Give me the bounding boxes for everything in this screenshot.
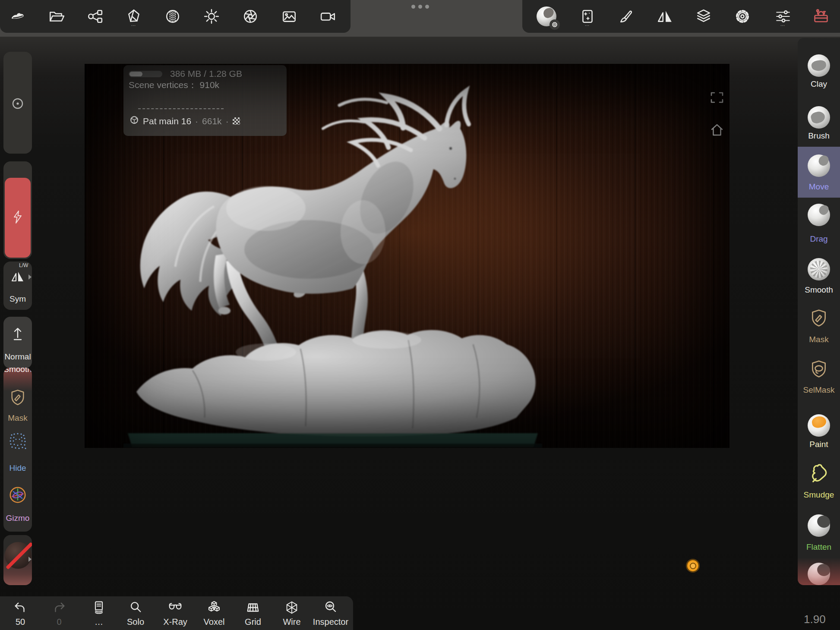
gizmo-label: Gizmo: [3, 513, 32, 523]
dot-separator: ·: [195, 116, 198, 126]
bottom-toolbar: 50 0 … Solo X-Ray Voxel Grid Wire Inspec…: [0, 596, 353, 630]
tool-brush[interactable]: [798, 106, 840, 129]
radius-slider[interactable]: [3, 52, 32, 154]
intensity-slider[interactable]: [3, 161, 32, 259]
material-gear-badge-icon: [549, 19, 560, 30]
symmetry-button[interactable]: L/W Sym: [3, 261, 32, 310]
hide-label: Hide: [3, 463, 32, 473]
voxel-label: Voxel: [200, 617, 228, 627]
tool-mask-label: Mask: [798, 335, 840, 344]
redo-button[interactable]: 0: [45, 599, 73, 627]
tool-flatten-label: Flatten: [798, 542, 840, 552]
falloff-button[interactable]: [3, 535, 32, 585]
smooth-sphere-icon: [808, 258, 830, 280]
tool-smudge-label: Smudge: [798, 490, 840, 500]
scene-info-panel: 386 MB / 1.28 GB Scene vertices： 910k Pa…: [123, 65, 287, 136]
files-pages-button[interactable]: …: [85, 599, 113, 627]
tool-smudge[interactable]: [798, 462, 840, 486]
material-sphere-icon[interactable]: [534, 4, 559, 28]
files-more-dots: …: [85, 617, 113, 627]
scene-vertices-value: 910k: [200, 80, 220, 90]
move-sphere-icon: [808, 154, 830, 177]
tool-move-label: Move: [798, 182, 840, 192]
tool-move[interactable]: [798, 154, 840, 177]
files-folder-icon[interactable]: [44, 4, 68, 28]
sculpt-canvas[interactable]: 386 MB / 1.28 GB Scene vertices： 910k Pa…: [85, 64, 729, 448]
normal-direction-button[interactable]: Normal: [3, 317, 32, 369]
redo-count: 0: [45, 617, 73, 627]
mask-shield-icon[interactable]: [3, 387, 32, 409]
clipped-smooth-label: Smooth: [3, 368, 32, 374]
gizmo-tool-icon[interactable]: [3, 485, 32, 507]
tool-paint[interactable]: [798, 414, 840, 437]
viewport[interactable]: 386 MB / 1.28 GB Scene vertices： 910k Pa…: [0, 37, 840, 630]
tool-selmask-label: SelMask: [798, 385, 840, 395]
fullscreen-icon[interactable]: [710, 91, 724, 104]
grid-label: Grid: [239, 617, 267, 627]
tool-mask[interactable]: [798, 307, 840, 331]
tool-smooth-label: Smooth: [798, 285, 840, 295]
undo-button[interactable]: 50: [6, 599, 34, 627]
layer-name: Pat main 16: [143, 116, 191, 126]
tool-drag-label: Drag: [798, 234, 840, 244]
layer-vertices: 661k: [202, 116, 222, 126]
sym-label: Sym: [3, 294, 32, 304]
tool-smooth[interactable]: [798, 258, 840, 280]
scene-vertices-label: Scene vertices：: [129, 80, 197, 90]
alpha-checker-icon: [233, 117, 240, 125]
matcap-sphere-icon[interactable]: [161, 4, 185, 28]
tool-selmask[interactable]: [798, 358, 840, 381]
active-layer-row[interactable]: Pat main 16 · 661k ·: [129, 115, 240, 127]
settings-gear-icon[interactable]: [730, 4, 755, 28]
home-icon[interactable]: [710, 123, 724, 136]
tool-paint-label: Paint: [798, 440, 840, 449]
sliders-more-dots: …: [771, 22, 795, 27]
solo-label: Solo: [122, 617, 149, 627]
tool-clay[interactable]: [798, 54, 840, 77]
app-logo-icon[interactable]: [5, 4, 29, 28]
solo-button[interactable]: Solo: [122, 599, 149, 627]
info-separator: [138, 108, 224, 109]
quick-tools-panel[interactable]: Smooth Mask Hide Gizmo: [3, 368, 32, 532]
camera-aperture-icon[interactable]: [238, 4, 262, 28]
sym-lw-badge: L/W: [19, 262, 28, 268]
memory-progress-bar: [129, 71, 162, 77]
postprocess-more-dots: …: [575, 22, 600, 27]
background-image-icon[interactable]: [277, 4, 301, 28]
inspector-label: Inspector: [309, 617, 352, 627]
sidebar-scroll-gradient: [798, 558, 840, 585]
toolbox-icon[interactable]: [809, 4, 833, 28]
flatten-sphere-icon: [808, 514, 830, 537]
hide-stipple-icon[interactable]: [3, 432, 32, 452]
wire-label: Wire: [278, 617, 306, 627]
voxel-button[interactable]: Voxel: [200, 599, 228, 627]
top-toolbar-left: …: [0, 0, 351, 33]
brush-sphere-icon: [808, 106, 830, 129]
scene-graph-icon[interactable]: [83, 4, 107, 28]
drag-sphere-icon: [808, 204, 830, 226]
paint-mode-icon[interactable]: [614, 4, 638, 28]
horse-sculpture: [85, 64, 729, 448]
radius-dot-icon: [3, 97, 32, 112]
validate-badge-icon[interactable]: [687, 560, 698, 571]
intensity-fill: [5, 178, 31, 258]
tool-flatten[interactable]: [798, 514, 840, 537]
clay-sphere-icon: [808, 54, 830, 77]
undo-count: 50: [6, 617, 34, 627]
tool-clay-label: Clay: [798, 79, 840, 89]
inspector-button[interactable]: Inspector: [309, 599, 352, 627]
xray-label: X-Ray: [161, 617, 189, 627]
wire-button[interactable]: Wire: [278, 599, 306, 627]
tool-sidebar: Clay Brush Move Drag Smooth Mask SelMask…: [798, 38, 840, 585]
tool-drag[interactable]: [798, 204, 840, 226]
dot-separator: ·: [226, 116, 229, 126]
xray-button[interactable]: X-Ray: [161, 599, 189, 627]
lighting-sun-icon[interactable]: [199, 4, 224, 28]
symmetry-mirror-icon[interactable]: [653, 4, 677, 28]
falloff-expand-arrow-icon[interactable]: [28, 557, 32, 562]
video-camera-icon[interactable]: [316, 4, 340, 28]
grid-button[interactable]: Grid: [239, 599, 267, 627]
more-options-handle-icon[interactable]: [409, 4, 431, 9]
top-toolbar-right: … …: [522, 0, 840, 33]
layers-icon[interactable]: [692, 4, 716, 28]
